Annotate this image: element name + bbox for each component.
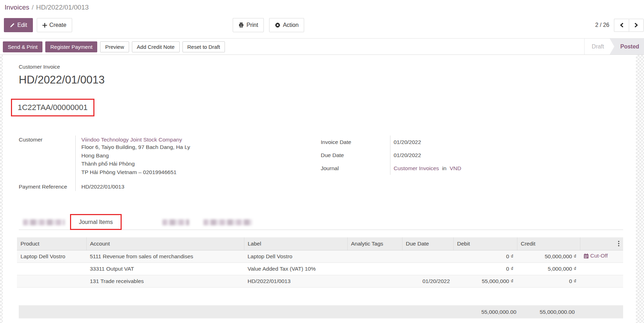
tab-redacted-3[interactable] — [203, 219, 252, 225]
journal-item-row[interactable]: Laptop Dell Vostro 5111 Revenue from sal… — [17, 250, 623, 263]
action-button-label: Action — [283, 22, 298, 28]
chevron-left-icon — [620, 23, 624, 28]
breadcrumb-current: HD/2022/01/0013 — [36, 4, 89, 11]
cell-account: 33311 Output VAT — [86, 263, 244, 275]
breadcrumb-invoices-link[interactable]: Invoices — [5, 4, 29, 11]
status-step-posted[interactable]: Posted — [610, 39, 644, 54]
journal-items-table: Product Account Label Analytic Tags Due … — [17, 237, 623, 288]
cell-account: 131 Trade receivables — [86, 275, 244, 287]
add-credit-note-button[interactable]: Add Credit Note — [132, 41, 180, 52]
journal-item-row[interactable]: 131 Trade receivables HD/2022/01/0013 01… — [17, 275, 623, 287]
customer-address-line: Thành phố Hải Phòng — [81, 160, 224, 168]
cell-debit: 0 ₫ — [453, 263, 517, 275]
send-and-print-button[interactable]: Send & Print — [3, 41, 42, 52]
customer-link[interactable]: Viindoo Technology Joint Stock Company — [81, 137, 182, 143]
cell-label: HD/2022/01/0013 — [244, 275, 347, 287]
journal-link[interactable]: Customer Invoices — [394, 165, 439, 172]
table-totals-row: 55,000,000.00 55,000,000.00 — [19, 305, 623, 318]
invoice-number-title: HD/2022/01/0013 — [19, 74, 105, 86]
action-button[interactable]: Action — [269, 18, 304, 32]
cell-account: 5111 Revenue from sales of merchandises — [86, 250, 244, 263]
total-debit: 55,000,000.00 — [481, 305, 516, 318]
due-date-label: Due Date — [321, 149, 390, 162]
edit-button[interactable]: Edit — [4, 18, 33, 32]
cell-product — [17, 275, 86, 287]
customer-address-line: Hong Bang — [81, 151, 224, 160]
journal-item-row[interactable]: 33311 Output VAT Value Added Tax (VAT) 1… — [17, 263, 623, 275]
column-header-label[interactable]: Label — [244, 237, 347, 250]
einvoice-number: 1C22TAA/00000001 — [18, 103, 88, 112]
preview-button[interactable]: Preview — [100, 41, 129, 52]
field-group-right: Invoice Date 01/20/2022 Due Date 01/20/2… — [321, 135, 539, 175]
tab-redacted-2[interactable] — [162, 219, 189, 225]
cell-analytic-tags — [347, 263, 402, 275]
customer-field-value: Viindoo Technology Joint Stock Company F… — [75, 135, 224, 177]
total-credit: 55,000,000.00 — [540, 305, 575, 318]
column-header-due-date[interactable]: Due Date — [402, 237, 453, 250]
optional-columns-icon[interactable] — [618, 240, 620, 248]
cell-label: Laptop Dell Vostro — [244, 250, 347, 263]
transparent-margin-right — [636, 55, 644, 323]
cell-row-action — [580, 263, 623, 275]
cell-credit: 5,000,000 ₫ — [517, 263, 580, 275]
printer-icon — [238, 22, 244, 28]
register-payment-button[interactable]: Register Payment — [45, 41, 97, 52]
reset-to-draft-button[interactable]: Reset to Draft — [182, 41, 225, 52]
journal-field-label: Journal — [321, 162, 390, 175]
cell-due-date — [402, 250, 453, 263]
print-button[interactable]: Print — [233, 18, 264, 32]
einvoice-number-annotation-box: 1C22TAA/00000001 — [11, 99, 94, 116]
column-header-product[interactable]: Product — [17, 237, 86, 250]
payment-reference-value: HD/2022/01/0013 — [75, 177, 224, 191]
statusbar-buttons: Send & Print Register Payment Preview Ad… — [3, 41, 225, 52]
invoice-type-label: Customer Invoice — [19, 64, 60, 70]
status-steps: Draft Posted — [584, 39, 644, 54]
payment-reference-label: Payment Reference — [19, 177, 75, 191]
notebook-tabs: Journal Items — [19, 214, 623, 230]
cell-row-action: Cut-Off — [580, 250, 623, 263]
column-header-account[interactable]: Account — [86, 237, 244, 250]
customer-field-label: Customer — [19, 135, 75, 177]
cell-due-date — [402, 263, 453, 275]
pager-counter: 2 / 26 — [595, 22, 609, 28]
journal-currency-link[interactable]: VND — [449, 165, 461, 172]
customer-address-line: Floor 6, Taiyo Building, 97 Bach Dang, H… — [81, 143, 224, 151]
pager-previous-button[interactable] — [614, 19, 629, 32]
table-header-row: Product Account Label Analytic Tags Due … — [17, 237, 623, 250]
journal-in-text: in — [439, 165, 449, 172]
calendar-icon — [584, 253, 589, 259]
status-step-draft[interactable]: Draft — [584, 39, 610, 54]
pager-next-button[interactable] — [629, 19, 644, 32]
pencil-icon — [10, 23, 15, 28]
tab-journal-items-annotation-box: Journal Items — [70, 214, 122, 230]
cell-credit: 0 ₫ — [517, 275, 580, 287]
invoice-date-label: Invoice Date — [321, 135, 390, 149]
tab-redacted-1[interactable] — [23, 219, 65, 225]
cell-label: Value Added Tax (VAT) 10% — [244, 263, 347, 275]
cell-debit: 0 ₫ — [453, 250, 517, 263]
plus-icon — [42, 23, 47, 28]
invoice-form-view: Invoices/HD/2022/01/0013 Edit Create Pri… — [0, 0, 644, 323]
record-pager: 2 / 26 — [595, 18, 644, 32]
cell-product: Laptop Dell Vostro — [17, 250, 86, 263]
breadcrumb-separator: / — [29, 4, 36, 11]
chevron-right-icon — [634, 23, 638, 28]
cell-analytic-tags — [347, 275, 402, 287]
column-header-credit[interactable]: Credit — [517, 237, 580, 250]
field-group-left: Customer Viindoo Technology Joint Stock … — [19, 135, 224, 191]
cell-due-date: 01/20/2022 — [402, 275, 453, 287]
edit-button-label: Edit — [17, 22, 27, 28]
cut-off-button[interactable]: Cut-Off — [584, 253, 608, 259]
tab-journal-items[interactable]: Journal Items — [79, 219, 113, 225]
customer-address-line: TP Hải Phòng Vietnam – 02019946651 — [81, 168, 224, 177]
form-sheet: Customer Invoice HD/2022/01/0013 1C22TAA… — [3, 55, 636, 323]
transparent-margin-left — [0, 55, 3, 323]
due-date-value: 01/20/2022 — [390, 149, 539, 162]
cell-debit: 55,000,000 ₫ — [453, 275, 517, 287]
column-header-analytic-tags[interactable]: Analytic Tags — [347, 237, 402, 250]
create-button-label: Create — [50, 22, 66, 28]
print-button-label: Print — [246, 22, 258, 28]
statusbar: Send & Print Register Payment Preview Ad… — [0, 38, 644, 55]
column-header-debit[interactable]: Debit — [453, 237, 517, 250]
create-button[interactable]: Create — [37, 18, 72, 32]
